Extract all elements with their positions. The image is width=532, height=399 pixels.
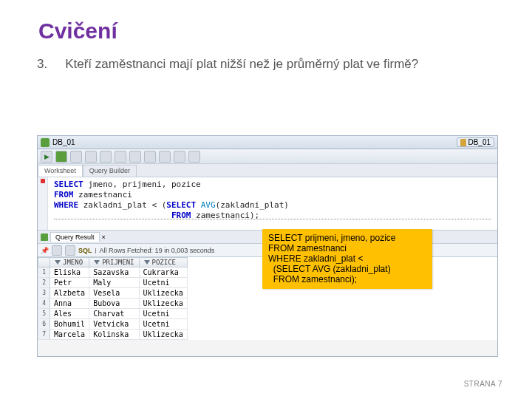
cell: Uklizecka (139, 330, 187, 340)
sql-callout: SELECT prijmeni, jmeno, pozice FROM zame… (262, 229, 432, 289)
cell: Bohumil (50, 319, 89, 330)
connection-name: DB_01 (52, 138, 75, 146)
sql-line: FROM zamestnanci (54, 190, 497, 200)
sql-line: SELECT jmeno, prijmeni, pozice (54, 180, 497, 190)
editor-gutter (38, 177, 48, 230)
sql-code: SELECT jmeno, prijmeni, pozice FROM zame… (38, 177, 497, 221)
cell: Sazavska (89, 267, 139, 278)
cell: Uklizecka (139, 299, 187, 309)
close-tab-icon[interactable]: × (102, 233, 106, 241)
toolbar-button[interactable] (188, 151, 200, 163)
connection-badge-label: DB_01 (468, 138, 491, 146)
cell: Eliska (50, 267, 89, 278)
row-number: 7 (38, 330, 50, 340)
toolbar-button[interactable] (144, 151, 156, 163)
run-script-button[interactable] (55, 151, 67, 163)
cell: Kolinska (89, 330, 139, 340)
toolbar-button[interactable] (174, 151, 185, 163)
cell: Vesela (89, 288, 139, 299)
table-row[interactable]: 2PetrMalyUcetni (38, 278, 188, 288)
callout-line: FROM zamestnanci); (268, 274, 426, 284)
window-titlebar: DB_01 DB_01 (38, 136, 497, 149)
toolbar: ▶ (38, 149, 497, 164)
chart-icon (41, 233, 48, 241)
cell: Maly (89, 278, 139, 288)
page-footer: STRANA 7 (464, 380, 502, 388)
toolbar-button[interactable] (70, 151, 82, 163)
cell: Uklizecka (139, 288, 187, 299)
toolbar-button[interactable] (115, 151, 126, 163)
cell: Ales (50, 309, 89, 319)
cell: Ucetni (139, 278, 187, 288)
filter-icon[interactable] (144, 260, 151, 266)
sql-icon-label: SQL (78, 247, 92, 254)
tab-querybuilder[interactable]: Query Builder (83, 165, 137, 177)
callout-line: WHERE zakladni_plat < (268, 253, 426, 264)
database-icon (41, 138, 50, 147)
callout-line: SELECT prijmeni, jmeno, pozice (268, 233, 426, 243)
cell: Alzbeta (50, 288, 89, 299)
question-text: Kteří zaměstnanci mají plat nižší než je… (65, 57, 502, 72)
row-number: 1 (38, 267, 50, 278)
editor-separator (54, 219, 491, 219)
toolbar-button[interactable] (129, 151, 141, 163)
question-block: 3. Kteří zaměstnanci mají plat nižší než… (0, 44, 532, 72)
table-row[interactable]: 6BohumilVetvickaUcetni (38, 319, 188, 330)
callout-line: FROM zamestnanci (268, 243, 426, 253)
toolbar-button[interactable] (100, 151, 112, 163)
cell: Cukrarka (139, 267, 187, 278)
filter-icon[interactable] (94, 260, 100, 266)
cell: Ucetni (139, 309, 187, 319)
callout-line: (SELECT AVG (zakladni_plat) (268, 264, 426, 274)
table-row[interactable]: 5AlesCharvatUcetni (38, 309, 188, 319)
row-number: 3 (38, 288, 50, 299)
row-number: 6 (38, 319, 50, 330)
filter-icon[interactable] (55, 260, 61, 266)
db-cylinder-icon (460, 139, 466, 146)
cell: Anna (50, 299, 89, 309)
run-statement-button[interactable]: ▶ (41, 151, 52, 163)
table-row[interactable]: 4AnnaBubovaUklizecka (38, 299, 188, 309)
row-number: 5 (38, 309, 50, 319)
column-header[interactable]: POZICE (139, 258, 187, 267)
sql-editor[interactable]: SELECT jmeno, prijmeni, pozice FROM zame… (38, 177, 497, 231)
editor-tabs: Worksheet Query Builder (38, 164, 497, 177)
cell: Ucetni (139, 319, 187, 330)
cell: Charvat (89, 309, 139, 319)
connection-badge[interactable]: DB_01 (457, 137, 494, 147)
row-number: 2 (38, 278, 50, 288)
pin-icon[interactable]: 📌 (41, 247, 49, 254)
cell: Petr (50, 278, 89, 288)
sql-line: WHERE zakladni_plat < (SELECT AVG(zaklad… (54, 200, 497, 211)
tab-worksheet[interactable]: Worksheet (38, 165, 83, 177)
cell: Vetvicka (89, 319, 139, 330)
table-row[interactable]: 1EliskaSazavskaCukrarka (38, 267, 188, 278)
table-row[interactable]: 3AlzbetaVeselaUklizecka (38, 288, 188, 299)
result-tool-button[interactable] (52, 245, 62, 256)
fetch-status: All Rows Fetched: 19 in 0,003 seconds (100, 247, 215, 254)
cell: Marcela (50, 330, 89, 340)
slide-title: Cvičení (0, 0, 532, 44)
column-header[interactable]: JMENO (50, 258, 89, 267)
toolbar-button[interactable] (159, 151, 171, 163)
row-number: 4 (38, 299, 50, 309)
question-number: 3. (37, 57, 47, 72)
rownum-header (38, 258, 50, 267)
query-result-tab[interactable]: Query Result (50, 232, 100, 242)
column-header[interactable]: PRIJMENI (89, 258, 139, 267)
toolbar-button[interactable] (85, 151, 97, 163)
result-tool-button[interactable] (65, 245, 75, 256)
table-row[interactable]: 7MarcelaKolinskaUklizecka (38, 330, 188, 340)
cell: Bubova (89, 299, 139, 309)
